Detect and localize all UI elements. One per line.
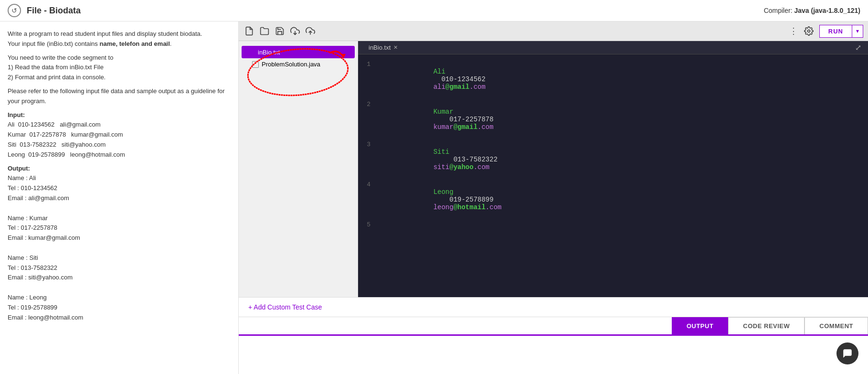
code-line: 2 Kumar 017-2257878 kumar@gmail.com — [358, 99, 868, 139]
editor-tab-label: inBio.txt — [369, 44, 391, 51]
page-title: File - Biodata — [27, 6, 81, 16]
code-line: 4 Leong 019-2578899 leong@hotmail.com — [358, 180, 868, 220]
left-panel: Write a program to read student input fi… — [0, 21, 239, 374]
download-icon[interactable] — [289, 25, 301, 37]
problem-description: Write a program to read student input fi… — [8, 29, 231, 322]
ide-body: inBio.txt ProblemSolution.java inBio.txt… — [239, 41, 868, 297]
main-content: Write a program to read student input fi… — [0, 21, 868, 374]
file-icon-purple — [247, 48, 255, 56]
ide-toolbar: ⋮ RUN ▾ — [239, 21, 868, 41]
run-dropdown-button[interactable]: ▾ — [852, 25, 863, 38]
fullscreen-icon[interactable]: ⤢ — [853, 41, 863, 54]
more-options-icon[interactable]: ⋮ — [789, 26, 798, 36]
file-item-inbio[interactable]: inBio.txt — [242, 46, 355, 58]
compiler-info: Compiler: Java (java-1.8.0_121) — [764, 7, 860, 14]
run-button-group[interactable]: RUN ▾ — [819, 25, 863, 38]
file-tree: inBio.txt ProblemSolution.java — [239, 41, 358, 297]
settings-icon[interactable] — [802, 24, 815, 38]
add-test-case-button[interactable]: + Add Custom Test Case — [239, 298, 868, 317]
compiler-label: Compiler: Java (java-1.8.0_121) — [764, 7, 860, 14]
file-icon-gray — [252, 61, 259, 68]
editor-tab-bar: inBio.txt ✕ ⤢ — [358, 41, 868, 54]
svg-point-2 — [807, 30, 810, 32]
file-label-solution: ProblemSolution.java — [262, 61, 320, 68]
top-bar: ↺ File - Biodata Compiler: Java (java-1.… — [0, 0, 868, 21]
chat-fab-button[interactable] — [836, 342, 858, 364]
tab-bar: OUTPUT CODE REVIEW COMMENT — [239, 317, 868, 336]
run-button[interactable]: RUN — [819, 25, 852, 38]
output-area — [239, 336, 868, 374]
upload-icon[interactable] — [305, 25, 316, 37]
code-line: 5 — [358, 220, 868, 229]
bottom-section: + Add Custom Test Case OUTPUT CODE REVIE… — [239, 297, 868, 374]
code-editor: inBio.txt ✕ ⤢ 1 Ali 010-1234562 ali@gmai… — [358, 41, 868, 297]
top-bar-left: ↺ File - Biodata — [8, 4, 81, 17]
tab-comment[interactable]: COMMENT — [804, 317, 868, 334]
code-lines: 1 Ali 010-1234562 ali@gmail.com 2 Kumar — [358, 54, 868, 297]
code-line: 3 Siti 013-7582322 siti@yahoo.com — [358, 139, 868, 180]
open-folder-icon[interactable] — [259, 25, 270, 37]
back-button[interactable]: ↺ — [8, 4, 21, 17]
tab-code-review[interactable]: CODE REVIEW — [728, 317, 804, 334]
right-panel: ⋮ RUN ▾ — [239, 21, 868, 374]
save-icon[interactable] — [274, 25, 286, 37]
close-tab-icon[interactable]: ✕ — [393, 44, 398, 51]
editor-tab-inbio[interactable]: inBio.txt ✕ — [363, 41, 403, 54]
code-line: 1 Ali 010-1234562 ali@gmail.com — [358, 59, 868, 99]
new-file-icon[interactable] — [243, 25, 255, 37]
file-label-inbio: inBio.txt — [258, 49, 280, 56]
file-item-solution[interactable]: ProblemSolution.java — [239, 58, 358, 70]
tab-output[interactable]: OUTPUT — [672, 317, 728, 334]
